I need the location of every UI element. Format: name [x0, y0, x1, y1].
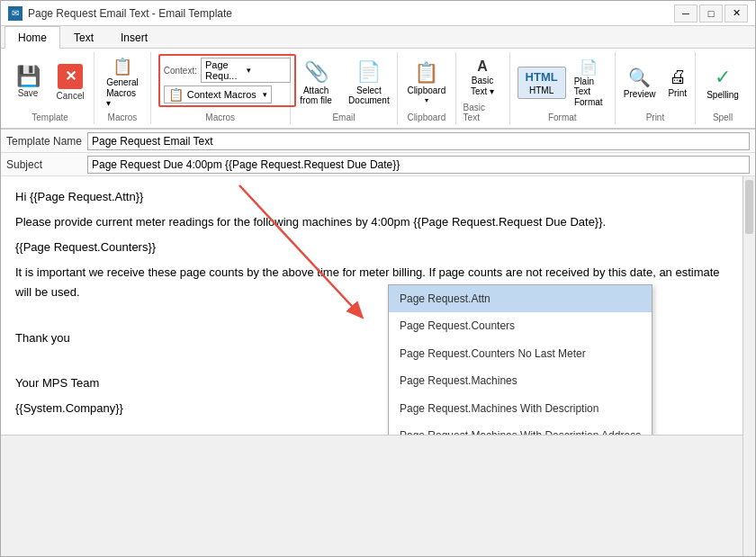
print-button[interactable]: 🖨 Print	[663, 64, 691, 101]
clipboard-arrow: ▾	[425, 96, 428, 104]
context-select-arrow: ▾	[247, 66, 286, 75]
ribbon-group-basic-text: A Basic Text ▾ Basic Text	[456, 52, 510, 124]
spelling-label: Spelling	[706, 90, 739, 100]
close-button[interactable]: ✕	[724, 4, 748, 22]
template-group-label: Template	[32, 111, 68, 122]
general-macros-group-label: Macros	[108, 111, 138, 122]
select-doc-label: SelectDocument	[348, 85, 390, 105]
ribbon-group-print: 🔍 Preview 🖨 Print Print	[616, 52, 696, 124]
dropdown-item-4[interactable]: Page Request.Machines With Description	[389, 395, 652, 422]
preview-button[interactable]: 🔍 Preview	[619, 64, 661, 102]
title-bar: ✉ Page Request Email Text - Email Templa…	[1, 1, 755, 26]
attach-label: Attachfrom file	[300, 85, 332, 105]
print-group-label: Print	[646, 111, 665, 122]
ribbon-group-spell: ✓ Spelling Spell	[696, 52, 750, 124]
template-buttons: 💾 Save ✕ Cancel	[10, 54, 91, 111]
basic-text-group-label: Basic Text	[464, 101, 502, 122]
print-label: Print	[668, 88, 687, 98]
spelling-button[interactable]: ✓ Spelling	[702, 63, 743, 103]
basic-text-label: Basic	[472, 76, 493, 85]
ribbon-group-macros: Context: Page Requ... ▾ 📋 Context Macros…	[151, 52, 291, 124]
plain-text-label: Plain Text	[574, 76, 603, 96]
app-icon: ✉	[8, 6, 22, 21]
clipboard-icon: 📋	[414, 61, 438, 85]
email-line1: Hi {{Page Request.Attn}}	[15, 187, 735, 207]
html-label: HTML	[529, 85, 554, 95]
basic-text-content: A Basic Text ▾	[466, 54, 499, 101]
general-macros-content: 📋 General Macros ▾	[102, 54, 143, 111]
email-group-label: Email	[332, 111, 355, 122]
html-button[interactable]: HTML HTML	[518, 67, 566, 99]
context-macros-label: Context Macros	[187, 89, 263, 100]
email-line3: {{Page Request.Counters}}	[15, 238, 735, 257]
dropdown-item-3[interactable]: Page Request.Machines	[389, 367, 652, 394]
save-button[interactable]: 💾 Save	[10, 63, 47, 102]
macros-content: Context: Page Requ... ▾ 📋 Context Macros…	[158, 54, 283, 111]
subject-label: Subject	[6, 158, 87, 171]
minimize-button[interactable]: ─	[674, 4, 698, 22]
format-group-label: Format	[548, 111, 577, 122]
dropdown-item-5[interactable]: Page Request.Machines With Description A…	[389, 422, 652, 436]
scrollbar-right[interactable]	[742, 176, 755, 556]
subject-input[interactable]	[87, 156, 750, 174]
save-label: Save	[18, 88, 39, 98]
tab-home[interactable]: Home	[4, 26, 60, 49]
print-content: 🔍 Preview 🖨 Print	[619, 54, 691, 111]
basic-text-icon: A	[477, 58, 488, 75]
cancel-icon: ✕	[58, 64, 83, 89]
email-content: 📎 Attachfrom file 📄 SelectDocument	[292, 54, 395, 111]
macro-dropdown-arrow: ▾	[263, 90, 267, 99]
context-macros-dropdown[interactable]: Page Request.Attn Page Request.Counters …	[388, 284, 652, 436]
restore-button[interactable]: □	[699, 4, 723, 22]
macros-group-label: Macros	[205, 111, 235, 122]
dropdown-item-0[interactable]: Page Request.Attn	[389, 285, 652, 312]
context-macros-row[interactable]: 📋 Context Macros ▾	[164, 85, 272, 103]
general-macros-button[interactable]: 📋 General Macros ▾	[102, 54, 143, 111]
attach-icon: 📎	[304, 60, 328, 84]
scroll-thumb[interactable]	[745, 180, 753, 234]
email-line2: Please provide current meter readings fo…	[15, 212, 735, 232]
ribbon-tabs: Home Text Insert	[1, 26, 755, 49]
ribbon-group-general-macros: 📋 General Macros ▾ Macros	[94, 52, 151, 124]
plain-text-icon: 📄	[580, 58, 598, 76]
plain-text-button[interactable]: 📄 Plain Text Format	[570, 56, 608, 110]
attach-from-file-button[interactable]: 📎 Attachfrom file	[292, 58, 339, 108]
tab-text[interactable]: Text	[60, 26, 107, 49]
spell-content: ✓ Spelling	[702, 54, 743, 111]
dropdown-item-1[interactable]: Page Request.Counters	[389, 312, 652, 339]
template-name-label: Template Name	[6, 135, 87, 148]
cancel-button[interactable]: ✕ Cancel	[50, 60, 91, 104]
title-controls: ─ □ ✕	[674, 4, 748, 22]
ribbon-group-format: HTML HTML 📄 Plain Text Format Format	[510, 52, 616, 124]
ribbon-group-clipboard: 📋 Clipboard ▾ Clipboard	[398, 52, 456, 124]
content-area: Template Name Subject Hi {{Page Request.…	[1, 130, 755, 556]
template-name-input[interactable]	[87, 132, 750, 150]
clipboard-group-label: Clipboard	[407, 111, 446, 122]
general-macros-label: General	[106, 77, 139, 87]
ribbon-group-email: 📎 Attachfrom file 📄 SelectDocument Email	[291, 52, 398, 124]
ribbon-group-template: 💾 Save ✕ Cancel Template	[6, 52, 94, 124]
tab-insert[interactable]: Insert	[107, 26, 161, 49]
window-title: Page Request Email Text - Email Template	[28, 7, 232, 20]
clipboard-button[interactable]: 📋 Clipboard ▾	[402, 58, 450, 107]
basic-text-button[interactable]: A Basic Text ▾	[466, 56, 499, 99]
context-label: Context:	[164, 66, 197, 76]
save-icon: 💾	[16, 67, 40, 86]
email-body[interactable]: Hi {{Page Request.Attn}} Please provide …	[1, 176, 755, 436]
cancel-label: Cancel	[57, 91, 85, 101]
subject-row: Subject	[1, 153, 755, 176]
context-box: Context: Page Requ... ▾ 📋 Context Macros…	[158, 54, 296, 107]
spelling-icon: ✓	[715, 66, 731, 89]
html-icon: HTML	[526, 70, 558, 84]
ribbon: 💾 Save ✕ Cancel Template 📋 General Macro…	[1, 49, 755, 130]
clipboard-content: 📋 Clipboard ▾	[402, 54, 450, 111]
dropdown-item-2[interactable]: Page Request.Counters No Last Meter	[389, 340, 652, 367]
context-select[interactable]: Page Requ... ▾	[201, 58, 291, 83]
select-document-button[interactable]: 📄 SelectDocument	[343, 58, 395, 108]
select-doc-icon: 📄	[356, 60, 381, 84]
general-macros-icon: 📋	[112, 57, 132, 76]
title-bar-left: ✉ Page Request Email Text - Email Templa…	[8, 6, 232, 21]
preview-label: Preview	[624, 89, 656, 99]
email-body-area: Hi {{Page Request.Attn}} Please provide …	[1, 176, 755, 556]
plain-text-label2: Format	[574, 97, 603, 107]
